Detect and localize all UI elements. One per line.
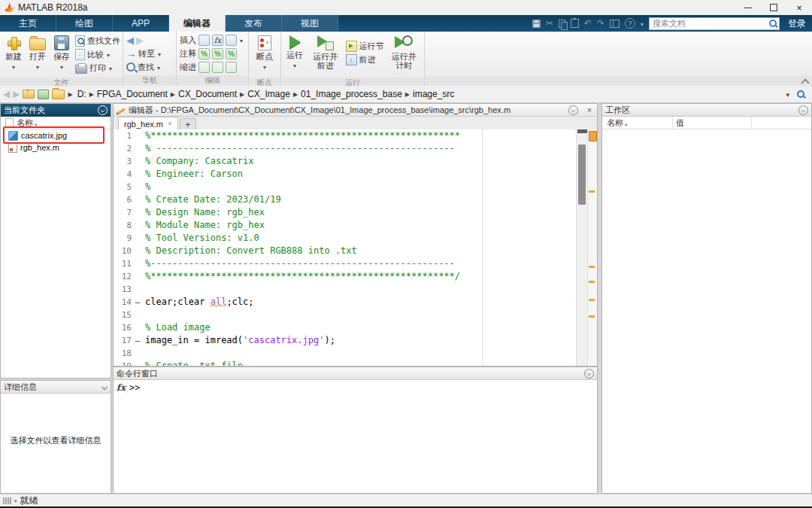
print-button[interactable]: 打印 <box>75 62 120 74</box>
insert-fx-icon[interactable]: fx <box>212 35 223 46</box>
workspace-column-header[interactable]: 名称 值 <box>602 117 811 129</box>
code-line-3: 3% Company: Cascatrix <box>114 155 577 168</box>
indent-right-icon[interactable] <box>212 62 223 73</box>
restore-button[interactable] <box>761 0 786 15</box>
insert-section-icon[interactable] <box>198 35 210 46</box>
command-window-body[interactable]: fx >> <box>114 380 597 493</box>
browse-folder-icon[interactable] <box>38 90 49 99</box>
details-header[interactable]: 详细信息 <box>1 381 111 394</box>
lint-summary-box[interactable] <box>589 131 597 141</box>
breadcrumb-item[interactable]: CX_Image <box>246 89 292 99</box>
tab-home[interactable]: 主页 <box>0 15 56 32</box>
save-button[interactable]: 保存 <box>51 34 72 78</box>
find-files-button[interactable]: 查找文件 <box>75 35 120 47</box>
qat-redo-icon[interactable]: ↷ <box>597 19 604 28</box>
comment-icon[interactable]: % <box>198 48 210 59</box>
fx-button[interactable]: fx <box>115 382 128 394</box>
doc-search-input[interactable] <box>649 17 780 30</box>
wrap-comment-icon[interactable]: % <box>226 48 237 59</box>
breadcrumb-item[interactable]: CX_Document <box>177 89 238 99</box>
tab-editor[interactable]: 编辑器 <box>169 15 226 32</box>
smart-indent-icon[interactable] <box>198 62 210 73</box>
forward-icon[interactable]: ▶ <box>136 35 144 45</box>
editor-menu-icon[interactable] <box>568 105 578 115</box>
editor-indicator-bar <box>587 129 597 366</box>
qat-layout-icon[interactable] <box>610 20 620 28</box>
address-dropdown-icon[interactable] <box>786 89 789 99</box>
line-number: 5 <box>114 181 132 193</box>
lint-mark[interactable] <box>589 281 595 283</box>
current-folder-column-header[interactable]: 名称 <box>1 117 111 129</box>
code-line-9: 9% Tool Versions: v1.0 <box>114 232 577 245</box>
minimize-button[interactable] <box>735 0 761 15</box>
run-advance-button[interactable]: 运行并前进 <box>308 34 343 78</box>
editor-tab-label: rgb_hex.m <box>124 120 163 129</box>
image-file-icon <box>8 131 18 141</box>
insert-annotation-icon[interactable] <box>226 35 237 46</box>
nav-back-icon[interactable]: ◀ <box>3 90 10 99</box>
file-row-cascatrix.jpg[interactable]: cascatrix.jpg <box>1 129 111 141</box>
editor-tab-rgb-hex[interactable]: rgb_hex.m <box>118 117 178 130</box>
qat-paste-icon[interactable] <box>571 19 579 28</box>
qat-undo-icon[interactable]: ↶ <box>584 19 592 28</box>
qat-help-icon[interactable]: ? <box>625 18 635 29</box>
tab-view[interactable]: 视图 <box>282 15 338 32</box>
lint-mark[interactable] <box>589 190 595 193</box>
signin-link[interactable]: 登录 <box>788 17 806 30</box>
breadcrumb-item[interactable]: D: <box>76 89 88 99</box>
breadcrumb-separator-icon: ▶ <box>405 91 410 98</box>
goto-button[interactable]: → 转至 <box>126 47 161 59</box>
tab-apps[interactable]: APP <box>113 15 169 32</box>
tab-plots[interactable]: 绘图 <box>56 15 113 32</box>
command-prompt[interactable]: >> <box>129 382 140 393</box>
back-icon[interactable]: ◀ <box>126 35 134 45</box>
insert-button[interactable]: 插入 fx <box>180 34 243 46</box>
tab-close-icon[interactable] <box>168 120 172 128</box>
compare-button[interactable]: 比较 <box>75 48 120 60</box>
advance-button[interactable]: ↓ 前进 <box>346 53 384 65</box>
lint-mark[interactable] <box>589 266 595 268</box>
code-area[interactable]: 1%**************************************… <box>114 129 577 366</box>
uncomment-icon[interactable]: % <box>212 48 223 59</box>
folder-up-icon[interactable] <box>23 90 35 99</box>
search-icon[interactable] <box>769 20 777 27</box>
qat-copy-icon[interactable] <box>559 20 565 28</box>
qat-save-icon[interactable] <box>532 20 541 28</box>
lint-mark[interactable] <box>589 315 595 318</box>
breakpoints-button[interactable]: 断点 <box>254 34 275 78</box>
line-number: 17 <box>114 334 132 347</box>
breadcrumb-item[interactable]: image_src <box>411 89 456 99</box>
comment-button[interactable]: 注释 % % % <box>180 47 237 59</box>
qat-cut-icon[interactable]: ✂ <box>546 19 553 28</box>
run-time-button[interactable]: 运行并计时 <box>387 34 422 78</box>
command-window-menu-icon[interactable] <box>584 369 594 379</box>
breadcrumb-item[interactable]: 01_Image_process_base <box>299 89 404 99</box>
ribbon-collapse-icon[interactable] <box>801 78 807 84</box>
status-expand-icon[interactable]: ▴ <box>14 497 17 503</box>
nav-forward-icon[interactable]: ▶ <box>13 90 20 99</box>
goto-icon: → <box>126 49 136 59</box>
lint-mark[interactable] <box>589 299 595 301</box>
details-collapse-icon[interactable] <box>102 384 108 390</box>
editor-scrollbar[interactable] <box>576 129 588 366</box>
editor-scrollbar-thumb[interactable] <box>578 144 586 205</box>
editor-close-icon[interactable] <box>585 106 594 114</box>
breadcrumb-item[interactable]: FPGA_Document <box>95 89 169 99</box>
file-row-rgb_hex.m[interactable]: rgb_hex.m <box>1 141 111 154</box>
open-button[interactable]: 打开 <box>27 34 48 78</box>
tab-publish[interactable]: 发布 <box>226 15 282 32</box>
file-name: cascatrix.jpg <box>21 131 67 140</box>
workspace-menu-icon[interactable] <box>798 105 808 115</box>
current-folder-menu-icon[interactable] <box>98 105 108 115</box>
run-section-button[interactable]: 运行节 <box>346 40 384 52</box>
new-tab-button[interactable]: + <box>180 118 196 130</box>
close-button[interactable]: × <box>786 0 812 15</box>
find-button[interactable]: 查找 <box>126 61 160 73</box>
indent-button[interactable]: 缩进 <box>180 61 237 73</box>
new-button[interactable]: 新建 <box>3 34 24 78</box>
run-button[interactable]: 运行 <box>284 34 305 78</box>
indent-left-icon[interactable] <box>226 62 237 73</box>
folder-search-icon[interactable] <box>797 90 804 98</box>
save-icon <box>54 35 69 50</box>
qat-dropdown-icon[interactable] <box>641 18 644 29</box>
